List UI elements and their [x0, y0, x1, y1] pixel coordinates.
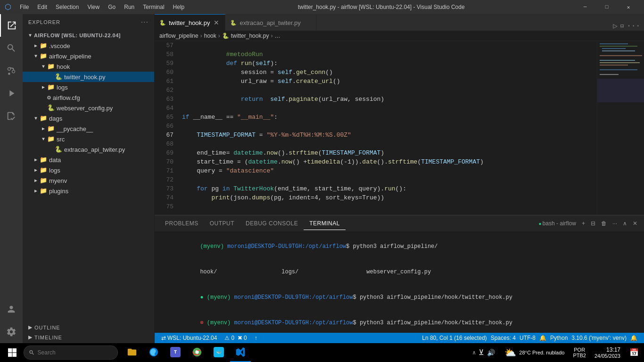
breadcrumb-part[interactable]: twitter_hook.py [231, 33, 269, 39]
menu-terminal[interactable]: Terminal [139, 3, 168, 11]
weather-widget[interactable]: ⛅ 28°C Pred. nublado [501, 347, 568, 359]
tree-data[interactable]: ▶ 📁 data [23, 155, 154, 165]
tree-extracao[interactable]: 🐍 extracao_api_twiter.py [23, 144, 154, 155]
tree-plugins[interactable]: ▶ 📁 plugins [23, 186, 154, 196]
terminal-line: ● (myenv) moroni@DESKTOP-DUL9TGH:/opt/ai… [159, 285, 639, 310]
tab-output[interactable]: OUTPUT [204, 217, 240, 230]
terminal-content[interactable]: (myenv) moroni@DESKTOP-DUL9TGH:/opt/airf… [155, 232, 644, 333]
terminal-close-button[interactable]: ✕ [631, 219, 639, 228]
start-button[interactable] [3, 343, 22, 362]
maximize-button[interactable]: □ [596, 0, 618, 14]
menu-view[interactable]: View [83, 3, 103, 11]
menu-edit[interactable]: Edit [33, 3, 51, 11]
run-debug-icon[interactable] [0, 82, 23, 105]
tree-logs-outer[interactable]: ▶ 📁 logs [23, 165, 154, 175]
interpreter-status[interactable]: 3.10.6 ('myenv': venv) [570, 335, 628, 341]
sidebar-menu-button[interactable]: ··· [141, 18, 149, 26]
clock-widget[interactable]: 13:17 24/05/2023 [591, 346, 624, 359]
tree-webserver-config[interactable]: 🐍 webserver_config.py [23, 103, 154, 113]
tab-label: extracao_api_twiter.py [239, 19, 300, 26]
tab-twitter-hook[interactable]: 🐍 twitter_hook.py ✕ [155, 14, 225, 31]
taskbar-chrome[interactable] [187, 343, 207, 362]
menu-selection[interactable]: Selection [52, 3, 83, 11]
volume-icon[interactable]: 🔊 [487, 349, 495, 357]
code-line-63: return self.paginate(url_raw, session) [178, 95, 597, 104]
terminal-split-button[interactable]: ⊟ [589, 219, 597, 228]
encoding-label: UTF-8 [520, 335, 536, 341]
taskbar-search-input[interactable] [38, 349, 113, 356]
split-editor-button[interactable]: ⊟ [620, 23, 624, 30]
more-actions-button[interactable]: ··· [627, 22, 640, 30]
notification-button[interactable]: 📅 [627, 343, 641, 362]
breadcrumb: airflow_pipeline › hook › 🐍 twitter_hook… [155, 31, 644, 41]
tree-pycache[interactable]: ▶ 📁 __pycache__ [23, 123, 154, 134]
tree-vscode[interactable]: ▶ 📁 .vscode [23, 41, 154, 51]
extensions-icon[interactable] [0, 105, 23, 127]
terminal-add-button[interactable]: + [580, 219, 587, 228]
tab-close-button[interactable]: ✕ [213, 19, 220, 26]
locale-indicator[interactable]: POR PTB2 [571, 347, 588, 358]
tab-debug-console[interactable]: DEBUG CONSOLE [240, 217, 304, 230]
tree-twitter-hook[interactable]: 🐍 twitter_hook.py [23, 72, 154, 82]
code-editor[interactable]: 57 58 59 60 61 62 63 64 65 66 67 68 69 7… [155, 41, 644, 215]
explorer-icon[interactable] [0, 14, 23, 37]
terminal-more-button[interactable]: ··· [611, 219, 619, 228]
timeline-toggle[interactable]: ▶ TIMELINE [23, 332, 154, 342]
cursor-position-status[interactable]: Ln 80, Col 1 (16 selected) [420, 335, 488, 341]
menu-go[interactable]: Go [104, 3, 119, 11]
breadcrumb-part[interactable]: … [274, 33, 280, 39]
tab-file-icon: 🐍 [230, 20, 237, 26]
breadcrumb-part[interactable]: hook [204, 33, 216, 39]
network-icon[interactable]: ⊻ [479, 348, 484, 357]
taskbar-file-explorer[interactable] [122, 343, 142, 362]
notification-bell-status[interactable]: 🔔 [628, 335, 639, 341]
tab-terminal[interactable]: TERMINAL [304, 217, 346, 230]
bell-status[interactable]: 🔔 [537, 335, 548, 341]
tab-problems[interactable]: PROBLEMS [159, 217, 204, 230]
terminal-trash-button[interactable]: 🗑 [599, 219, 609, 228]
chevron-up-icon[interactable]: ∧ [472, 349, 476, 356]
tree-label: logs [57, 84, 68, 91]
menu-help[interactable]: Help [169, 3, 189, 11]
tree-hook[interactable]: ▼ 📁 hook [23, 61, 154, 72]
tree-root[interactable]: ▼ AIRFLOW [WSL: UBUNTU-22.04] [23, 30, 154, 41]
tree-logs-inner[interactable]: ▶ 📁 logs [23, 82, 154, 92]
problems-warning-status[interactable]: ⚠ 0 ✖ 0 [223, 335, 248, 341]
account-icon[interactable] [0, 298, 23, 321]
spaces-status[interactable]: Spaces: 4 [489, 335, 518, 341]
tree-dags[interactable]: ▼ 📁 dags [23, 113, 154, 123]
arrow-icon: ▶ [40, 126, 47, 132]
menu-file[interactable]: File [16, 3, 33, 11]
arrow-icon: ▶ [32, 178, 40, 183]
taskbar-teams[interactable]: T [165, 343, 186, 362]
tree-src[interactable]: ▼ 📁 src [23, 134, 154, 144]
settings-icon[interactable] [0, 321, 23, 343]
code-line-70: start_time = (datetime.now() +timedelta(… [178, 157, 597, 166]
terminal-chevron-button[interactable]: ∧ [621, 219, 629, 228]
tree-airflow-cfg[interactable]: ⚙ airflow.cfg [23, 92, 154, 103]
sidebar-tree: ▼ AIRFLOW [WSL: UBUNTU-22.04] ▶ 📁 .vscod… [23, 30, 154, 321]
close-button[interactable]: ✕ [618, 0, 639, 14]
search-icon[interactable] [0, 37, 23, 59]
encoding-status[interactable]: UTF-8 [518, 335, 537, 341]
tab-extracao[interactable]: 🐍 extracao_api_twiter.py ✕ [225, 14, 316, 31]
code-content[interactable]: #metodoRun def run(self): session = self… [178, 41, 597, 215]
taskbar-edge[interactable] [143, 343, 164, 362]
taskbar-vscode[interactable] [230, 343, 251, 362]
run-button[interactable]: ▷ [613, 21, 618, 31]
wsl-status[interactable]: ⇄ WSL: Ubuntu-22.04 [159, 335, 219, 341]
language-label: Python [550, 335, 568, 341]
file-icon: 🐍 [55, 146, 62, 153]
sync-status[interactable]: ↑ [253, 335, 259, 341]
breadcrumb-file-icon: 🐍 [222, 33, 229, 39]
source-control-icon[interactable] [0, 59, 23, 82]
outline-toggle[interactable]: ▶ OUTLINE [23, 322, 154, 332]
language-status[interactable]: Python [548, 335, 570, 341]
menu-run[interactable]: Run [120, 3, 138, 11]
minimize-button[interactable]: ─ [574, 0, 596, 14]
breadcrumb-part[interactable]: airflow_pipeline [159, 33, 198, 39]
tree-airflow-pipeline[interactable]: ▼ 📁 airflow_pipeline [23, 51, 154, 61]
tree-myenv[interactable]: ▶ 📁 myenv [23, 175, 154, 186]
taskbar-search-box[interactable] [24, 346, 118, 360]
taskbar-docker[interactable]: 🐳 [208, 343, 229, 362]
